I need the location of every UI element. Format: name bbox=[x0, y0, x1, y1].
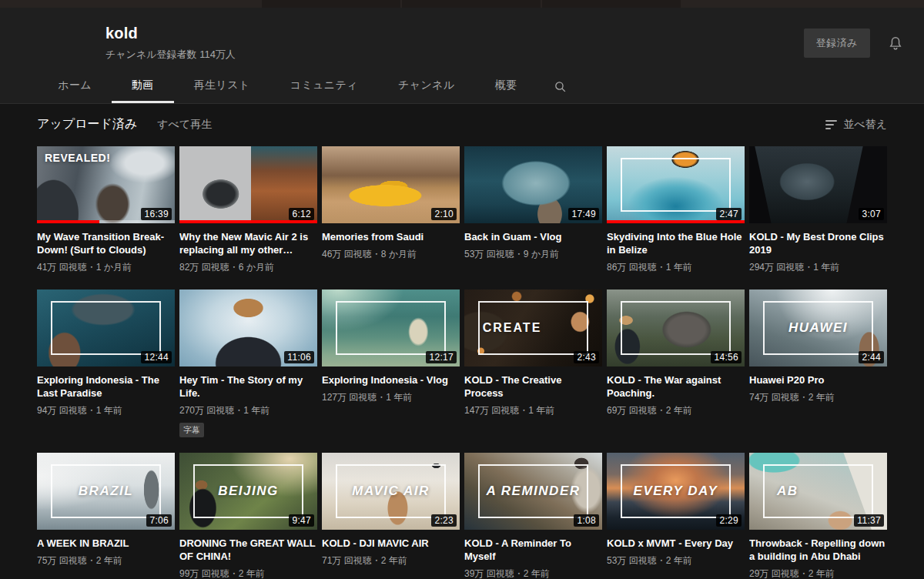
video-title[interactable]: Memories from Saudi bbox=[322, 230, 460, 243]
video-title[interactable]: KOLD - The Creative Process bbox=[464, 373, 602, 400]
video-card[interactable]: 17:49 Back in Guam - Vlog 53万 回視聴・9 か月前 bbox=[464, 146, 602, 274]
video-title[interactable]: KOLD x MVMT - Every Day bbox=[607, 537, 745, 550]
browser-tab-strip bbox=[0, 0, 924, 8]
video-duration-badge: 2:29 bbox=[716, 514, 742, 527]
video-title[interactable]: Exploring Indonesia - The Last Paradise bbox=[37, 373, 175, 400]
video-card[interactable]: AB 11:37 Throwback - Repelling down a bu… bbox=[749, 453, 887, 579]
channel-search-button[interactable] bbox=[537, 69, 584, 103]
video-thumbnail[interactable]: 6:12 bbox=[179, 146, 317, 223]
video-card[interactable]: BRAZIL 7:06 A WEEK IN BRAZIL 75万 回視聴・2 年… bbox=[37, 453, 175, 579]
channel-tabs: ホーム 動画 再生リスト コミュニティ チャンネル 概要 bbox=[0, 69, 924, 103]
watch-progress-bar bbox=[179, 220, 317, 223]
video-duration-badge: 16:39 bbox=[141, 208, 172, 220]
video-card[interactable]: 3:07 KOLD - My Best Drone Clips 2019 294… bbox=[749, 146, 887, 274]
channel-name: kold bbox=[105, 25, 804, 42]
video-title[interactable]: KOLD - The War against Poaching. bbox=[607, 373, 745, 400]
video-title[interactable]: Skydiving Into the Blue Hole in Belize bbox=[607, 230, 745, 256]
video-title[interactable]: DRONING The GREAT WALL OF CHINA! bbox=[179, 537, 317, 563]
channel-avatar[interactable] bbox=[38, 18, 87, 68]
video-title[interactable]: Throwback - Repelling down a building in… bbox=[749, 537, 887, 563]
video-title[interactable]: KOLD - My Best Drone Clips 2019 bbox=[749, 230, 887, 256]
video-meta: 53万 回視聴・9 か月前 bbox=[464, 248, 602, 261]
video-card[interactable]: A REMINDER 1:08 KOLD - A Reminder To Mys… bbox=[464, 453, 602, 579]
video-card[interactable]: 6:12 Why the New Mavic Air 2 is replacin… bbox=[179, 146, 317, 274]
video-thumbnail[interactable]: EVERY DAY 2:29 bbox=[607, 453, 745, 530]
video-thumbnail[interactable]: 12:44 bbox=[37, 290, 175, 366]
video-thumbnail[interactable]: 14:56 bbox=[607, 290, 745, 366]
video-card[interactable]: HUAWEI 2:44 Huawei P20 Pro 74万 回視聴・2 年前 bbox=[749, 290, 887, 437]
video-meta: 127万 回視聴・1 年前 bbox=[322, 391, 460, 404]
video-meta: 294万 回視聴・1 年前 bbox=[749, 261, 887, 274]
video-card[interactable]: EVERY DAY 2:29 KOLD x MVMT - Every Day 5… bbox=[607, 453, 745, 579]
sort-label: 並べ替え bbox=[843, 118, 887, 132]
tab-about[interactable]: 概要 bbox=[475, 69, 537, 103]
video-duration-badge: 7:06 bbox=[146, 514, 172, 527]
video-meta: 99万 回視聴・2 年前 bbox=[179, 567, 317, 579]
subscribed-button[interactable]: 登録済み bbox=[804, 28, 870, 58]
uploads-title: アップロード済み bbox=[37, 116, 137, 132]
video-duration-badge: 2:43 bbox=[574, 351, 599, 363]
video-meta: 71万 回視聴・2 年前 bbox=[322, 554, 460, 567]
sort-button[interactable]: 並べ替え bbox=[825, 118, 887, 132]
tab-community[interactable]: コミュニティ bbox=[270, 69, 378, 103]
video-thumbnail[interactable]: REVEALED! 16:39 bbox=[37, 146, 175, 223]
video-duration-badge: 2:23 bbox=[431, 514, 457, 527]
video-title[interactable]: Back in Guam - Vlog bbox=[464, 230, 602, 243]
video-card[interactable]: 2:47 Skydiving Into the Blue Hole in Bel… bbox=[607, 146, 745, 274]
tab-playlists[interactable]: 再生リスト bbox=[174, 69, 270, 103]
video-thumbnail[interactable]: AB 11:37 bbox=[749, 453, 887, 530]
video-meta: 74万 回視聴・2 年前 bbox=[749, 391, 887, 404]
video-meta: 41万 回視聴・1 か月前 bbox=[37, 261, 175, 274]
video-duration-badge: 14:56 bbox=[711, 351, 742, 363]
play-all-link[interactable]: すべて再生 bbox=[157, 118, 212, 132]
watch-progress-bar bbox=[37, 220, 175, 223]
video-card[interactable]: 12:17 Exploring Indonesia - Vlog 127万 回視… bbox=[322, 290, 460, 437]
video-card[interactable]: 12:44 Exploring Indonesia - The Last Par… bbox=[37, 290, 175, 437]
tab-home[interactable]: ホーム bbox=[38, 69, 112, 103]
video-card[interactable]: CREATE 2:43 KOLD - The Creative Process … bbox=[464, 290, 602, 437]
video-grid: REVEALED! 16:39 My Wave Transition Break… bbox=[0, 142, 924, 579]
video-title[interactable]: Hey Tim - The Story of my Life. bbox=[179, 373, 317, 400]
notification-bell-button[interactable] bbox=[887, 35, 904, 52]
video-thumbnail[interactable]: CREATE 2:43 bbox=[464, 290, 602, 366]
video-thumbnail[interactable]: BRAZIL 7:06 bbox=[37, 453, 175, 530]
video-thumbnail[interactable]: 3:07 bbox=[749, 146, 887, 223]
sort-icon bbox=[825, 120, 837, 129]
video-duration-badge: 17:49 bbox=[568, 208, 599, 220]
tab-videos[interactable]: 動画 bbox=[112, 69, 174, 103]
subtitles-badge: 字幕 bbox=[179, 423, 204, 437]
video-thumbnail[interactable]: 2:47 bbox=[607, 146, 745, 223]
video-card[interactable]: 11:06 Hey Tim - The Story of my Life. 27… bbox=[179, 290, 317, 437]
video-card[interactable]: REVEALED! 16:39 My Wave Transition Break… bbox=[37, 146, 175, 274]
video-title[interactable]: KOLD - A Reminder To Myself bbox=[464, 537, 602, 563]
uploads-toolbar: アップロード済み すべて再生 並べ替え bbox=[0, 104, 924, 142]
browser-tab bbox=[402, 0, 541, 8]
video-duration-badge: 1:08 bbox=[574, 514, 599, 527]
video-thumbnail[interactable]: 11:06 bbox=[179, 290, 317, 366]
video-card[interactable]: 14:56 KOLD - The War against Poaching. 6… bbox=[607, 290, 745, 437]
video-thumbnail[interactable]: 17:49 bbox=[464, 146, 602, 223]
search-icon bbox=[554, 80, 567, 93]
video-thumbnail[interactable]: BEIJING 9:47 bbox=[179, 453, 317, 530]
video-thumbnail[interactable]: MAVIC AIR 2:23 bbox=[322, 453, 460, 530]
video-title[interactable]: My Wave Transition Break-Down! (Surf to … bbox=[37, 230, 175, 256]
video-thumbnail[interactable]: A REMINDER 1:08 bbox=[464, 453, 602, 530]
video-card[interactable]: MAVIC AIR 2:23 KOLD - DJI MAVIC AIR 71万 … bbox=[322, 453, 460, 579]
watch-progress-bar bbox=[607, 220, 745, 223]
video-thumbnail[interactable]: 2:10 bbox=[322, 146, 460, 223]
video-title[interactable]: Exploring Indonesia - Vlog bbox=[322, 373, 460, 387]
browser-tab bbox=[542, 0, 681, 8]
video-title[interactable]: KOLD - DJI MAVIC AIR bbox=[322, 537, 460, 550]
video-thumbnail[interactable]: 12:17 bbox=[322, 290, 460, 366]
video-duration-badge: 3:07 bbox=[859, 208, 884, 220]
video-meta: 270万 回視聴・1 年前 bbox=[179, 404, 317, 417]
video-title[interactable]: Why the New Mavic Air 2 is replacing all… bbox=[179, 230, 317, 256]
video-thumbnail[interactable]: HUAWEI 2:44 bbox=[749, 290, 887, 366]
video-title[interactable]: Huawei P20 Pro bbox=[749, 373, 887, 387]
tab-channels[interactable]: チャンネル bbox=[378, 69, 475, 103]
video-duration-badge: 6:12 bbox=[289, 208, 314, 220]
video-duration-badge: 2:44 bbox=[859, 351, 884, 363]
video-card[interactable]: BEIJING 9:47 DRONING The GREAT WALL OF C… bbox=[179, 453, 317, 579]
video-title[interactable]: A WEEK IN BRAZIL bbox=[37, 537, 175, 550]
video-card[interactable]: 2:10 Memories from Saudi 46万 回視聴・8 か月前 bbox=[322, 146, 460, 274]
